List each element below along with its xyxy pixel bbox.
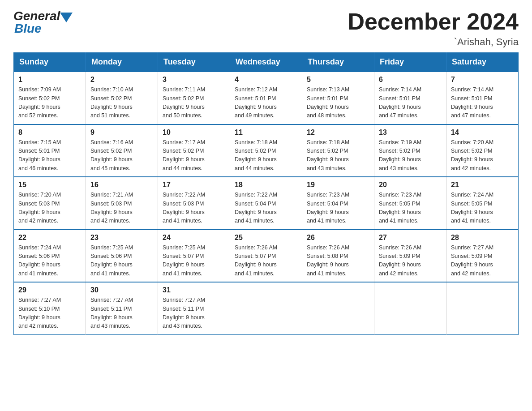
day-info: Sunrise: 7:24 AM Sunset: 5:06 PM Dayligh… xyxy=(18,244,81,278)
day-number: 19 xyxy=(307,181,369,189)
day-info: Sunrise: 7:25 AM Sunset: 5:07 PM Dayligh… xyxy=(163,244,225,278)
day-info: Sunrise: 7:25 AM Sunset: 5:06 PM Dayligh… xyxy=(90,244,153,278)
day-info: Sunrise: 7:27 AM Sunset: 5:09 PM Dayligh… xyxy=(451,244,514,278)
day-info: Sunrise: 7:14 AM Sunset: 5:01 PM Dayligh… xyxy=(379,86,442,120)
day-info: Sunrise: 7:14 AM Sunset: 5:01 PM Dayligh… xyxy=(451,86,514,120)
day-number: 29 xyxy=(18,286,81,294)
day-number: 17 xyxy=(163,181,225,189)
calendar-day-cell: 10 Sunrise: 7:17 AM Sunset: 5:02 PM Dayl… xyxy=(158,124,230,177)
day-number: 18 xyxy=(235,181,297,189)
calendar-empty-cell xyxy=(302,282,374,334)
calendar-day-cell: 2 Sunrise: 7:10 AM Sunset: 5:02 PM Dayli… xyxy=(86,72,158,124)
day-info: Sunrise: 7:09 AM Sunset: 5:02 PM Dayligh… xyxy=(18,86,81,120)
day-info: Sunrise: 7:11 AM Sunset: 5:02 PM Dayligh… xyxy=(163,86,225,120)
calendar-week-row: 29 Sunrise: 7:27 AM Sunset: 5:10 PM Dayl… xyxy=(14,282,519,334)
weekday-header-monday: Monday xyxy=(86,53,158,72)
calendar-day-cell: 24 Sunrise: 7:25 AM Sunset: 5:07 PM Dayl… xyxy=(158,230,230,283)
calendar-day-cell: 16 Sunrise: 7:21 AM Sunset: 5:03 PM Dayl… xyxy=(86,177,158,230)
calendar-day-cell: 23 Sunrise: 7:25 AM Sunset: 5:06 PM Dayl… xyxy=(86,230,158,283)
day-info: Sunrise: 7:18 AM Sunset: 5:02 PM Dayligh… xyxy=(307,138,369,173)
day-info: Sunrise: 7:17 AM Sunset: 5:02 PM Dayligh… xyxy=(163,138,225,173)
calendar-day-cell: 3 Sunrise: 7:11 AM Sunset: 5:02 PM Dayli… xyxy=(158,72,230,124)
weekday-header-friday: Friday xyxy=(374,53,446,72)
calendar-day-cell: 5 Sunrise: 7:13 AM Sunset: 5:01 PM Dayli… xyxy=(302,72,374,124)
day-number: 23 xyxy=(90,234,153,242)
day-number: 30 xyxy=(90,286,153,294)
calendar-empty-cell xyxy=(446,282,519,334)
calendar-week-row: 15 Sunrise: 7:20 AM Sunset: 5:03 PM Dayl… xyxy=(14,177,519,230)
day-number: 13 xyxy=(379,128,442,137)
day-number: 2 xyxy=(90,76,153,84)
day-number: 20 xyxy=(379,181,442,189)
day-info: Sunrise: 7:23 AM Sunset: 5:05 PM Dayligh… xyxy=(379,191,442,226)
calendar-empty-cell xyxy=(230,282,302,334)
calendar-day-cell: 25 Sunrise: 7:26 AM Sunset: 5:07 PM Dayl… xyxy=(230,230,302,283)
day-number: 21 xyxy=(451,181,514,189)
calendar-day-cell: 11 Sunrise: 7:18 AM Sunset: 5:02 PM Dayl… xyxy=(230,124,302,177)
calendar-day-cell: 13 Sunrise: 7:19 AM Sunset: 5:02 PM Dayl… xyxy=(374,124,446,177)
calendar-day-cell: 4 Sunrise: 7:12 AM Sunset: 5:01 PM Dayli… xyxy=(230,72,302,124)
day-number: 4 xyxy=(235,76,297,84)
day-info: Sunrise: 7:13 AM Sunset: 5:01 PM Dayligh… xyxy=(307,86,369,120)
day-info: Sunrise: 7:27 AM Sunset: 5:10 PM Dayligh… xyxy=(18,296,81,331)
calendar-day-cell: 9 Sunrise: 7:16 AM Sunset: 5:02 PM Dayli… xyxy=(86,124,158,177)
day-info: Sunrise: 7:27 AM Sunset: 5:11 PM Dayligh… xyxy=(90,296,153,331)
day-number: 26 xyxy=(307,234,369,242)
day-info: Sunrise: 7:26 AM Sunset: 5:08 PM Dayligh… xyxy=(307,244,369,278)
calendar-table: SundayMondayTuesdayWednesdayThursdayFrid… xyxy=(13,52,519,335)
day-info: Sunrise: 7:20 AM Sunset: 5:03 PM Dayligh… xyxy=(18,191,81,226)
day-number: 8 xyxy=(18,128,81,137)
calendar-day-cell: 26 Sunrise: 7:26 AM Sunset: 5:08 PM Dayl… xyxy=(302,230,374,283)
day-info: Sunrise: 7:18 AM Sunset: 5:02 PM Dayligh… xyxy=(235,138,297,173)
day-number: 5 xyxy=(307,76,369,84)
weekday-header-saturday: Saturday xyxy=(446,53,519,72)
calendar-day-cell: 6 Sunrise: 7:14 AM Sunset: 5:01 PM Dayli… xyxy=(374,72,446,124)
day-number: 10 xyxy=(163,128,225,137)
day-number: 9 xyxy=(90,128,153,137)
calendar-day-cell: 30 Sunrise: 7:27 AM Sunset: 5:11 PM Dayl… xyxy=(86,282,158,334)
weekday-header-thursday: Thursday xyxy=(302,53,374,72)
calendar-day-cell: 15 Sunrise: 7:20 AM Sunset: 5:03 PM Dayl… xyxy=(14,177,86,230)
calendar-day-cell: 31 Sunrise: 7:27 AM Sunset: 5:11 PM Dayl… xyxy=(158,282,230,334)
day-number: 24 xyxy=(163,234,225,242)
location-title: `Arishah, Syria xyxy=(348,36,519,48)
calendar-day-cell: 28 Sunrise: 7:27 AM Sunset: 5:09 PM Dayl… xyxy=(446,230,519,283)
day-number: 27 xyxy=(379,234,442,242)
day-info: Sunrise: 7:19 AM Sunset: 5:02 PM Dayligh… xyxy=(379,138,442,173)
calendar-day-cell: 21 Sunrise: 7:24 AM Sunset: 5:05 PM Dayl… xyxy=(446,177,519,230)
day-info: Sunrise: 7:10 AM Sunset: 5:02 PM Dayligh… xyxy=(90,86,153,120)
weekday-header-sunday: Sunday xyxy=(14,53,86,72)
calendar-day-cell: 27 Sunrise: 7:26 AM Sunset: 5:09 PM Dayl… xyxy=(374,230,446,283)
day-info: Sunrise: 7:22 AM Sunset: 5:03 PM Dayligh… xyxy=(163,191,225,226)
day-info: Sunrise: 7:26 AM Sunset: 5:09 PM Dayligh… xyxy=(379,244,442,278)
title-area: December 2024 `Arishah, Syria xyxy=(348,9,519,48)
calendar-day-cell: 29 Sunrise: 7:27 AM Sunset: 5:10 PM Dayl… xyxy=(14,282,86,334)
day-number: 31 xyxy=(163,286,225,294)
day-number: 25 xyxy=(235,234,297,242)
calendar-day-cell: 18 Sunrise: 7:22 AM Sunset: 5:04 PM Dayl… xyxy=(230,177,302,230)
calendar-empty-cell xyxy=(374,282,446,334)
day-info: Sunrise: 7:21 AM Sunset: 5:03 PM Dayligh… xyxy=(90,191,153,226)
day-info: Sunrise: 7:26 AM Sunset: 5:07 PM Dayligh… xyxy=(235,244,297,278)
day-info: Sunrise: 7:20 AM Sunset: 5:02 PM Dayligh… xyxy=(451,138,514,173)
day-info: Sunrise: 7:15 AM Sunset: 5:01 PM Dayligh… xyxy=(18,138,81,173)
day-number: 6 xyxy=(379,76,442,84)
day-info: Sunrise: 7:23 AM Sunset: 5:04 PM Dayligh… xyxy=(307,191,369,226)
day-info: Sunrise: 7:16 AM Sunset: 5:02 PM Dayligh… xyxy=(90,138,153,173)
calendar-day-cell: 20 Sunrise: 7:23 AM Sunset: 5:05 PM Dayl… xyxy=(374,177,446,230)
calendar-week-row: 1 Sunrise: 7:09 AM Sunset: 5:02 PM Dayli… xyxy=(14,72,519,124)
day-number: 3 xyxy=(163,76,225,84)
day-number: 16 xyxy=(90,181,153,189)
calendar-day-cell: 17 Sunrise: 7:22 AM Sunset: 5:03 PM Dayl… xyxy=(158,177,230,230)
calendar-day-cell: 19 Sunrise: 7:23 AM Sunset: 5:04 PM Dayl… xyxy=(302,177,374,230)
day-info: Sunrise: 7:27 AM Sunset: 5:11 PM Dayligh… xyxy=(163,296,225,331)
day-info: Sunrise: 7:24 AM Sunset: 5:05 PM Dayligh… xyxy=(451,191,514,226)
logo-triangle-icon xyxy=(60,13,73,22)
header: General Blue December 2024 `Arishah, Syr… xyxy=(13,9,519,48)
day-info: Sunrise: 7:22 AM Sunset: 5:04 PM Dayligh… xyxy=(235,191,297,226)
calendar-day-cell: 8 Sunrise: 7:15 AM Sunset: 5:01 PM Dayli… xyxy=(14,124,86,177)
calendar-day-cell: 7 Sunrise: 7:14 AM Sunset: 5:01 PM Dayli… xyxy=(446,72,519,124)
day-number: 12 xyxy=(307,128,369,137)
day-number: 7 xyxy=(451,76,514,84)
logo: General Blue xyxy=(13,9,73,36)
